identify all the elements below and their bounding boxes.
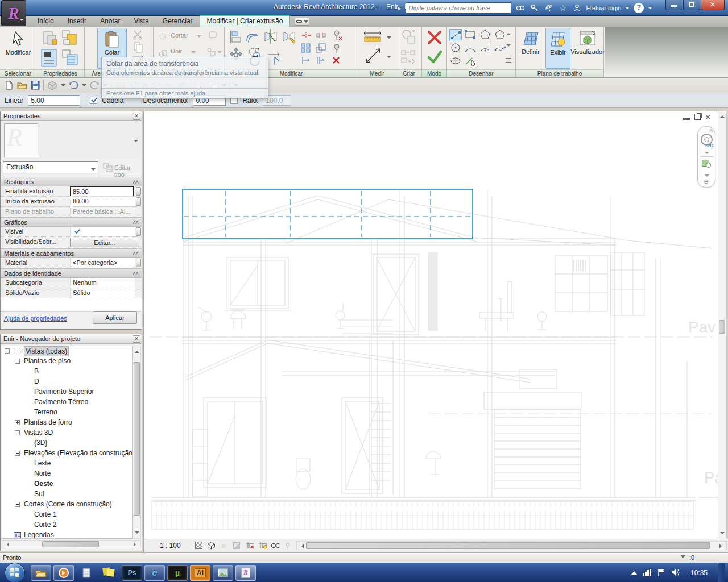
maximize-button[interactable] xyxy=(683,0,700,10)
inicio-extrusao-input[interactable]: 80.00 xyxy=(70,197,135,206)
tab-gerenciar[interactable]: Gerenciar xyxy=(156,16,200,27)
login-button[interactable]: Efetuar login xyxy=(586,5,622,11)
finish-sketch-icon[interactable] xyxy=(427,49,442,65)
chevron-down-icon[interactable] xyxy=(387,56,391,60)
solido-vazio-value[interactable]: Sólido xyxy=(70,288,135,298)
tree-item-terreno[interactable]: Terreno xyxy=(2,408,132,418)
chevron-down-icon[interactable] xyxy=(61,84,65,89)
tab-inserir[interactable]: Inserir xyxy=(61,16,93,27)
measure-between-icon[interactable] xyxy=(364,47,382,65)
final-extrusao-input[interactable]: 85.00 xyxy=(70,186,134,196)
pick-lines-icon[interactable] xyxy=(464,55,478,66)
tree-item-corte-2[interactable]: Corte 2 xyxy=(2,520,132,530)
canvas-horizontal-scrollbar[interactable] xyxy=(296,541,727,550)
modificar-button[interactable]: Modificar xyxy=(5,28,32,56)
close-icon[interactable]: ✕ xyxy=(133,113,140,120)
reveal-hidden-icon[interactable] xyxy=(270,541,280,550)
action-center-flag-icon[interactable] xyxy=(657,568,665,577)
type-properties-icon[interactable] xyxy=(42,31,58,47)
panel-label-propriedades[interactable]: Propriedades xyxy=(36,69,84,77)
family-types-icon[interactable] xyxy=(61,30,78,47)
close-button[interactable]: ✕ xyxy=(701,0,725,10)
save-icon[interactable] xyxy=(31,81,40,90)
show-desktop-button[interactable] xyxy=(718,563,725,582)
crop-region-visible-icon[interactable] xyxy=(258,541,267,550)
collapse-expander-icon[interactable] xyxy=(15,359,20,364)
chevron-down-icon[interactable] xyxy=(387,36,391,41)
panel-label-modo[interactable]: Modo xyxy=(422,69,446,77)
volume-icon[interactable] xyxy=(671,568,680,577)
tree-item-leste[interactable]: Leste xyxy=(2,459,132,469)
tree-item-cortes[interactable]: Cortes (Corte da construção) xyxy=(2,500,132,510)
taskbar-image-viewer[interactable] xyxy=(213,565,233,581)
scroll-down-icon[interactable] xyxy=(720,532,725,537)
draw-polygon-inscribed-icon[interactable] xyxy=(479,29,491,40)
family-category-icon[interactable] xyxy=(61,49,80,67)
navbar-collapse-icon[interactable]: ⊖ xyxy=(704,178,709,185)
scrollbar-thumb[interactable] xyxy=(306,542,710,549)
subscription-key-icon[interactable] xyxy=(530,3,540,13)
align-icon[interactable] xyxy=(228,30,242,44)
pin-icon[interactable] xyxy=(332,43,342,53)
close-icon[interactable]: ✕ xyxy=(133,335,140,343)
tree-item-corte-1[interactable]: Corte 1 xyxy=(2,510,132,520)
associate-param-button[interactable] xyxy=(136,227,141,236)
selection-filter-count[interactable]: :0 xyxy=(689,553,694,563)
material-value[interactable]: <Por categoria> xyxy=(70,258,135,268)
panel-label-medir[interactable]: Medir xyxy=(358,69,396,77)
tree-item-planta-d[interactable]: D xyxy=(2,377,132,387)
taskbar-utorrent[interactable]: µ xyxy=(167,565,188,581)
scroll-right-icon[interactable] xyxy=(719,544,724,548)
tree-item-oeste[interactable]: Oeste xyxy=(2,479,132,489)
new-file-icon[interactable] xyxy=(5,81,14,90)
cadeia-checkbox[interactable] xyxy=(90,97,97,104)
scrollbar-thumb[interactable] xyxy=(719,320,725,334)
mirror-draw-icon[interactable] xyxy=(282,28,296,44)
taskbar-media-player[interactable] xyxy=(53,565,74,581)
taskbar-photoshop[interactable]: Ps xyxy=(122,565,142,581)
tree-item-norte[interactable]: Norte xyxy=(2,469,132,479)
login-dropdown-icon[interactable] xyxy=(625,7,630,11)
extrusion-selection-box[interactable] xyxy=(183,189,473,239)
communication-center-icon[interactable] xyxy=(544,3,554,13)
search-icon[interactable] xyxy=(515,3,526,13)
ribbon-state-toggle[interactable] xyxy=(295,18,309,26)
infocenter-collapse-icon[interactable]: ▸ xyxy=(398,5,402,12)
tree-item-plantas-de-piso[interactable]: Plantas de piso xyxy=(2,356,132,367)
open-file-icon[interactable] xyxy=(17,81,27,90)
group-dados-identidade[interactable]: Dados de identidade˄˄ xyxy=(1,268,142,278)
panel-label-criar[interactable]: Criar xyxy=(396,69,421,77)
scrollbar-thumb[interactable] xyxy=(42,541,99,547)
tab-vista[interactable]: Vista xyxy=(127,16,155,27)
chevron-down-icon[interactable] xyxy=(134,140,138,144)
group-materiais[interactable]: Materiais e acabamentos˄˄ xyxy=(1,248,142,258)
tree-item-vistas-todas[interactable]: Vistas (todas) xyxy=(2,346,132,356)
group-graficos[interactable]: Gráficos˄˄ xyxy=(1,217,142,227)
properties-palette-icon[interactable] xyxy=(41,49,58,67)
trim-extend-icon[interactable] xyxy=(267,50,283,66)
tree-item-pavimento-superior[interactable]: Pavimento Superior xyxy=(2,387,132,397)
scroll-left-icon[interactable] xyxy=(299,544,304,548)
draw-rectangle-icon[interactable] xyxy=(464,29,477,40)
tree-item-planta-b[interactable]: B xyxy=(2,367,132,377)
scroll-up-icon[interactable] xyxy=(135,348,139,353)
tree-item-vistas-3d[interactable]: Vistas 3D xyxy=(2,428,132,438)
tree-item-3d[interactable]: {3D} xyxy=(2,438,132,448)
collapse-expander-icon[interactable] xyxy=(15,502,20,507)
property-help-link[interactable]: Ajuda de propriedades xyxy=(4,315,67,322)
definir-button[interactable]: Definir xyxy=(518,28,544,69)
tab-modificar-criar-extrusao[interactable]: Modificar | Criar extrusão xyxy=(200,15,291,27)
exibir-button[interactable]: Exibir xyxy=(545,28,570,69)
unpin-icon[interactable] xyxy=(332,30,343,41)
associate-param-button[interactable] xyxy=(136,259,141,267)
offset-icon[interactable] xyxy=(245,30,260,44)
expand-gallery-icon[interactable] xyxy=(506,58,511,63)
help-dropdown-icon[interactable] xyxy=(648,7,652,11)
start-button[interactable] xyxy=(5,563,25,582)
tree-item-legendas[interactable]: Legendas xyxy=(2,530,132,539)
scroll-up-icon[interactable] xyxy=(720,113,725,118)
linear-input[interactable]: 5.00 xyxy=(28,95,80,106)
chevron-down-icon[interactable] xyxy=(82,84,86,89)
application-menu-button[interactable]: R xyxy=(1,0,26,26)
scroll-down-icon[interactable] xyxy=(135,531,139,536)
